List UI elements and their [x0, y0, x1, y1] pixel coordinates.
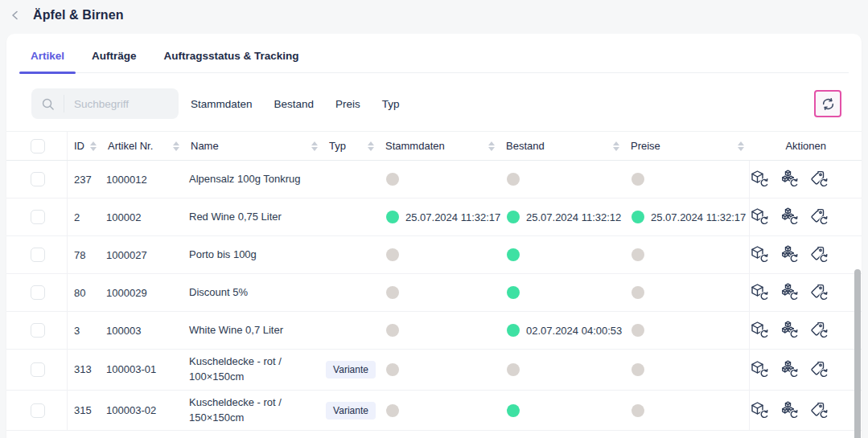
status-dot — [631, 404, 644, 417]
back-button[interactable] — [7, 7, 23, 23]
col-header-bestand[interactable]: Bestand — [500, 132, 624, 160]
row-actions — [749, 161, 864, 198]
sync-masterdata-cube-icon[interactable] — [750, 321, 769, 340]
status-dot — [386, 404, 399, 417]
sort-icon[interactable] — [90, 141, 97, 151]
row-actions — [749, 199, 864, 235]
variante-badge: Variante — [326, 361, 376, 379]
row-name: Discount 5% — [184, 280, 323, 305]
sync-prices-tag-icon[interactable] — [809, 207, 829, 227]
sync-stock-cubes-icon[interactable] — [780, 170, 799, 189]
sort-icon[interactable] — [311, 141, 318, 151]
row-actions — [749, 236, 864, 273]
articles-table: ID Artikel Nr. Name Typ Stammdaten Besta… — [6, 131, 862, 431]
filter-typ[interactable]: Typ — [382, 98, 400, 110]
row-checkbox[interactable] — [31, 210, 45, 224]
col-header-artikel-nr[interactable]: Artikel Nr. — [101, 132, 184, 160]
row-preise — [624, 404, 749, 417]
sync-masterdata-cube-icon[interactable] — [750, 245, 769, 264]
sync-masterdata-cube-icon[interactable] — [750, 207, 769, 227]
row-checkbox[interactable] — [31, 323, 45, 338]
row-checkbox[interactable] — [31, 172, 45, 186]
status-dot — [631, 211, 644, 223]
row-select-cell — [6, 350, 68, 390]
sync-stock-cubes-icon[interactable] — [780, 360, 799, 379]
row-bestand — [500, 286, 624, 299]
status-dot — [631, 248, 644, 261]
row-preise — [624, 363, 749, 376]
row-stammdaten — [379, 363, 500, 376]
sync-masterdata-cube-icon[interactable] — [750, 360, 769, 379]
status-dot — [507, 363, 520, 376]
row-actions — [749, 312, 864, 349]
row-preise — [624, 173, 749, 186]
filter-bestand[interactable]: Bestand — [274, 98, 315, 110]
sort-icon[interactable] — [368, 141, 374, 151]
variante-badge: Variante — [326, 402, 376, 420]
sort-icon[interactable] — [488, 141, 495, 151]
refresh-button[interactable] — [814, 90, 841, 117]
row-checkbox[interactable] — [31, 362, 45, 377]
row-artikel-nr: 100003-02 — [101, 404, 184, 416]
status-dot — [631, 363, 644, 376]
col-header-typ[interactable]: Typ — [323, 132, 379, 160]
row-stammdaten — [379, 324, 500, 337]
row-actions — [749, 391, 864, 431]
row-bestand: 25.07.2024 11:32:12 — [500, 211, 624, 223]
status-dot — [386, 173, 399, 186]
table-row: 78 1000027 Porto bis 100g — [6, 236, 862, 274]
status-dot — [386, 248, 399, 261]
row-preise: 25.07.2024 11:32:17 — [624, 211, 749, 223]
tab-auftraege[interactable]: Aufträge — [80, 50, 148, 72]
row-bestand — [500, 363, 624, 376]
row-preise — [624, 324, 749, 337]
col-header-stammdaten[interactable]: Stammdaten — [379, 132, 500, 160]
sync-prices-tag-icon[interactable] — [809, 401, 829, 420]
sync-stock-cubes-icon[interactable] — [780, 401, 799, 420]
sync-prices-tag-icon[interactable] — [809, 283, 829, 302]
vertical-scrollbar[interactable] — [854, 269, 861, 438]
sync-prices-tag-icon[interactable] — [809, 245, 829, 264]
row-artikel-nr: 1000012 — [101, 174, 184, 186]
table-row: 80 1000029 Discount 5% — [6, 274, 862, 312]
sort-icon[interactable] — [613, 141, 619, 151]
refresh-button-highlight — [814, 90, 841, 117]
row-checkbox[interactable] — [31, 285, 45, 300]
col-header-id[interactable]: ID — [68, 132, 101, 160]
sync-stock-cubes-icon[interactable] — [780, 321, 799, 340]
row-checkbox[interactable] — [31, 403, 45, 418]
row-id: 313 — [68, 363, 101, 375]
row-id: 80 — [68, 287, 101, 299]
sort-icon[interactable] — [173, 141, 179, 151]
search-input[interactable] — [64, 98, 175, 110]
sync-stock-cubes-icon[interactable] — [780, 207, 799, 227]
col-header-aktionen: Aktionen — [749, 132, 862, 160]
row-name: Red Wine 0,75 Liter — [184, 205, 323, 230]
sync-stock-cubes-icon[interactable] — [780, 283, 799, 302]
select-all-checkbox[interactable] — [31, 139, 45, 154]
filter-preis[interactable]: Preis — [335, 98, 360, 110]
row-typ: Variante — [323, 361, 379, 379]
row-select-cell — [6, 161, 68, 198]
status-dot — [507, 286, 520, 299]
sync-masterdata-cube-icon[interactable] — [750, 170, 769, 189]
sync-masterdata-cube-icon[interactable] — [750, 283, 769, 302]
sync-masterdata-cube-icon[interactable] — [750, 401, 769, 420]
search-box[interactable] — [31, 88, 179, 119]
col-header-name[interactable]: Name — [184, 132, 323, 160]
sort-icon[interactable] — [738, 141, 744, 151]
tab-artikel[interactable]: Artikel — [19, 50, 76, 72]
row-bestand — [500, 173, 624, 186]
row-checkbox[interactable] — [31, 248, 45, 262]
row-select-cell — [6, 274, 68, 311]
col-header-preise[interactable]: Preise — [624, 132, 749, 160]
sync-prices-tag-icon[interactable] — [809, 321, 829, 340]
sync-stock-cubes-icon[interactable] — [780, 245, 799, 264]
sync-prices-tag-icon[interactable] — [809, 360, 829, 379]
status-timestamp: 25.07.2024 11:32:17 — [405, 211, 500, 223]
filter-stammdaten[interactable]: Stammdaten — [191, 98, 253, 110]
content-card: Artikel Aufträge Auftragsstatus & Tracki… — [6, 34, 862, 438]
tab-auftragsstatus-tracking[interactable]: Auftragsstatus & Tracking — [153, 50, 311, 72]
sync-prices-tag-icon[interactable] — [809, 170, 829, 189]
row-typ: Variante — [323, 402, 379, 420]
